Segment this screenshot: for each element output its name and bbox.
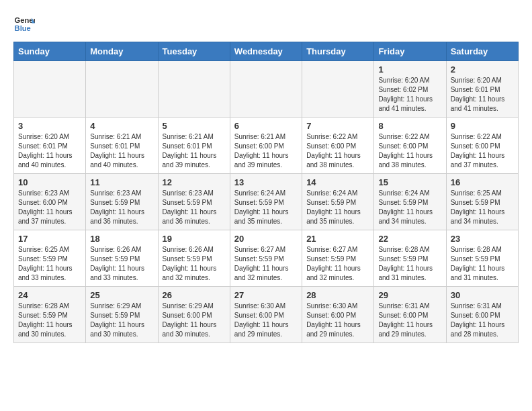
day-number: 26 (163, 290, 226, 300)
week-row-1: 1Sunrise: 6:20 AM Sunset: 6:02 PM Daylig… (14, 61, 519, 118)
day-info: Sunrise: 6:26 AM Sunset: 5:59 PM Dayligh… (90, 245, 153, 283)
calendar-header-row: SundayMondayTuesdayWednesdayThursdayFrid… (14, 42, 519, 61)
svg-text:Blue: Blue (15, 24, 31, 32)
day-number: 27 (234, 290, 298, 300)
day-info: Sunrise: 6:29 AM Sunset: 5:59 PM Dayligh… (90, 302, 153, 339)
day-number: 29 (378, 290, 441, 300)
calendar-cell: 23Sunrise: 6:28 AM Sunset: 5:59 PM Dayli… (446, 230, 518, 287)
calendar-cell: 5Sunrise: 6:21 AM Sunset: 6:01 PM Daylig… (158, 118, 230, 174)
calendar-cell: 12Sunrise: 6:23 AM Sunset: 5:59 PM Dayli… (158, 174, 230, 230)
day-info: Sunrise: 6:28 AM Sunset: 5:59 PM Dayligh… (451, 245, 514, 283)
calendar-cell (14, 61, 86, 118)
calendar-cell: 11Sunrise: 6:23 AM Sunset: 5:59 PM Dayli… (86, 174, 158, 230)
calendar-cell: 19Sunrise: 6:26 AM Sunset: 5:59 PM Dayli… (158, 230, 230, 287)
calendar-cell: 8Sunrise: 6:22 AM Sunset: 6:00 PM Daylig… (374, 118, 446, 174)
header-tuesday: Tuesday (158, 42, 230, 61)
day-number: 21 (306, 234, 369, 244)
day-number: 5 (163, 121, 226, 131)
calendar-cell: 14Sunrise: 6:24 AM Sunset: 5:59 PM Dayli… (302, 174, 374, 230)
calendar-cell: 21Sunrise: 6:27 AM Sunset: 5:59 PM Dayli… (302, 230, 374, 287)
day-info: Sunrise: 6:23 AM Sunset: 6:00 PM Dayligh… (18, 189, 81, 226)
day-info: Sunrise: 6:25 AM Sunset: 5:59 PM Dayligh… (18, 245, 81, 283)
day-number: 20 (234, 234, 298, 244)
day-info: Sunrise: 6:24 AM Sunset: 5:59 PM Dayligh… (378, 189, 441, 226)
calendar-cell: 26Sunrise: 6:29 AM Sunset: 6:00 PM Dayli… (158, 287, 230, 343)
logo-icon: General Blue (13, 13, 35, 35)
calendar-cell: 2Sunrise: 6:20 AM Sunset: 6:01 PM Daylig… (446, 61, 518, 118)
day-number: 1 (378, 64, 441, 75)
day-number: 15 (378, 177, 441, 187)
day-info: Sunrise: 6:20 AM Sunset: 6:01 PM Dayligh… (18, 132, 81, 170)
calendar-cell: 3Sunrise: 6:20 AM Sunset: 6:01 PM Daylig… (14, 118, 86, 174)
calendar-cell: 17Sunrise: 6:25 AM Sunset: 5:59 PM Dayli… (14, 230, 86, 287)
header-sunday: Sunday (14, 42, 86, 61)
day-info: Sunrise: 6:23 AM Sunset: 5:59 PM Dayligh… (90, 189, 153, 226)
week-row-5: 24Sunrise: 6:28 AM Sunset: 5:59 PM Dayli… (14, 287, 519, 343)
day-number: 23 (451, 234, 514, 244)
calendar-cell: 25Sunrise: 6:29 AM Sunset: 5:59 PM Dayli… (86, 287, 158, 343)
calendar-cell (302, 61, 374, 118)
page-header: General Blue (13, 13, 519, 35)
day-info: Sunrise: 6:20 AM Sunset: 6:01 PM Dayligh… (451, 76, 514, 113)
day-number: 9 (451, 121, 514, 131)
calendar-cell: 1Sunrise: 6:20 AM Sunset: 6:02 PM Daylig… (374, 61, 446, 118)
day-number: 11 (90, 177, 153, 187)
header-thursday: Thursday (302, 42, 374, 61)
day-info: Sunrise: 6:20 AM Sunset: 6:02 PM Dayligh… (378, 76, 441, 113)
calendar-table: SundayMondayTuesdayWednesdayThursdayFrid… (13, 42, 519, 343)
calendar-cell (230, 61, 302, 118)
day-number: 19 (163, 234, 226, 244)
day-number: 22 (378, 234, 441, 244)
day-number: 10 (18, 177, 81, 187)
day-info: Sunrise: 6:26 AM Sunset: 5:59 PM Dayligh… (163, 245, 226, 283)
day-number: 4 (90, 121, 153, 131)
day-number: 16 (451, 177, 514, 187)
header-friday: Friday (374, 42, 446, 61)
day-info: Sunrise: 6:21 AM Sunset: 6:01 PM Dayligh… (163, 132, 226, 170)
day-info: Sunrise: 6:21 AM Sunset: 6:00 PM Dayligh… (234, 132, 298, 170)
day-info: Sunrise: 6:21 AM Sunset: 6:01 PM Dayligh… (90, 132, 153, 170)
week-row-2: 3Sunrise: 6:20 AM Sunset: 6:01 PM Daylig… (14, 118, 519, 174)
calendar-cell: 10Sunrise: 6:23 AM Sunset: 6:00 PM Dayli… (14, 174, 86, 230)
day-info: Sunrise: 6:27 AM Sunset: 5:59 PM Dayligh… (306, 245, 369, 283)
day-info: Sunrise: 6:30 AM Sunset: 6:00 PM Dayligh… (234, 302, 298, 339)
calendar-cell: 27Sunrise: 6:30 AM Sunset: 6:00 PM Dayli… (230, 287, 302, 343)
day-info: Sunrise: 6:24 AM Sunset: 5:59 PM Dayligh… (306, 189, 369, 226)
calendar-cell: 29Sunrise: 6:31 AM Sunset: 6:00 PM Dayli… (374, 287, 446, 343)
header-monday: Monday (86, 42, 158, 61)
day-number: 28 (306, 290, 369, 300)
day-number: 12 (163, 177, 226, 187)
calendar-cell: 28Sunrise: 6:30 AM Sunset: 6:00 PM Dayli… (302, 287, 374, 343)
day-info: Sunrise: 6:28 AM Sunset: 5:59 PM Dayligh… (378, 245, 441, 283)
day-number: 3 (18, 121, 81, 131)
day-info: Sunrise: 6:23 AM Sunset: 5:59 PM Dayligh… (163, 189, 226, 226)
calendar-cell: 24Sunrise: 6:28 AM Sunset: 5:59 PM Dayli… (14, 287, 86, 343)
day-number: 18 (90, 234, 153, 244)
calendar-cell: 18Sunrise: 6:26 AM Sunset: 5:59 PM Dayli… (86, 230, 158, 287)
day-number: 7 (306, 121, 369, 131)
calendar-cell: 9Sunrise: 6:22 AM Sunset: 6:00 PM Daylig… (446, 118, 518, 174)
day-number: 24 (18, 290, 81, 300)
day-info: Sunrise: 6:24 AM Sunset: 5:59 PM Dayligh… (234, 189, 298, 226)
day-number: 13 (234, 177, 298, 187)
day-number: 30 (451, 290, 514, 300)
day-info: Sunrise: 6:22 AM Sunset: 6:00 PM Dayligh… (378, 132, 441, 170)
calendar-cell: 7Sunrise: 6:22 AM Sunset: 6:00 PM Daylig… (302, 118, 374, 174)
day-info: Sunrise: 6:30 AM Sunset: 6:00 PM Dayligh… (306, 302, 369, 339)
day-number: 14 (306, 177, 369, 187)
logo: General Blue (13, 13, 38, 35)
day-info: Sunrise: 6:28 AM Sunset: 5:59 PM Dayligh… (18, 302, 81, 339)
day-info: Sunrise: 6:29 AM Sunset: 6:00 PM Dayligh… (163, 302, 226, 339)
day-info: Sunrise: 6:27 AM Sunset: 5:59 PM Dayligh… (234, 245, 298, 283)
calendar-cell: 22Sunrise: 6:28 AM Sunset: 5:59 PM Dayli… (374, 230, 446, 287)
day-info: Sunrise: 6:22 AM Sunset: 6:00 PM Dayligh… (451, 132, 514, 170)
day-info: Sunrise: 6:25 AM Sunset: 5:59 PM Dayligh… (451, 189, 514, 226)
header-wednesday: Wednesday (230, 42, 302, 61)
day-number: 2 (451, 64, 514, 75)
calendar-cell: 16Sunrise: 6:25 AM Sunset: 5:59 PM Dayli… (446, 174, 518, 230)
header-saturday: Saturday (446, 42, 518, 61)
week-row-3: 10Sunrise: 6:23 AM Sunset: 6:00 PM Dayli… (14, 174, 519, 230)
calendar-cell: 6Sunrise: 6:21 AM Sunset: 6:00 PM Daylig… (230, 118, 302, 174)
week-row-4: 17Sunrise: 6:25 AM Sunset: 5:59 PM Dayli… (14, 230, 519, 287)
day-number: 8 (378, 121, 441, 131)
